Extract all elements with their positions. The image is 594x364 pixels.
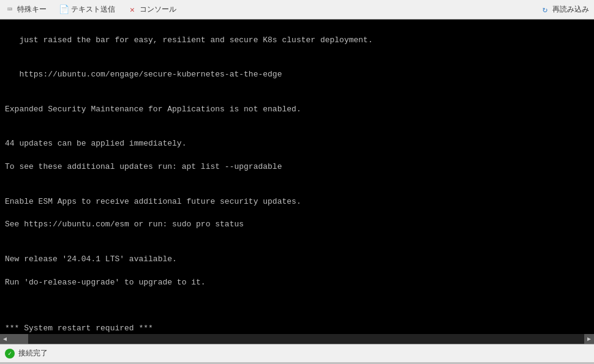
terminal-line: Expanded Security Maintenance for Applic… — [5, 104, 589, 116]
reload-button[interactable]: ↻ 再読み込み — [540, 4, 589, 15]
reload-icon: ↻ — [540, 5, 550, 15]
reload-label: 再読み込み — [552, 4, 589, 15]
terminal-line: Enable ESM Apps to receive additional fu… — [5, 196, 589, 208]
terminal-line: New release '24.04.1 LTS' available. — [5, 254, 589, 266]
scroll-right-button[interactable]: ▶ — [584, 334, 594, 344]
terminal-line: just raised the bar for easy, resilient … — [5, 35, 589, 46]
terminal-line: *** System restart required *** — [5, 323, 589, 335]
scrollbar-thumb[interactable] — [10, 334, 28, 344]
special-key-button[interactable]: ⌨ 特殊キー — [5, 4, 47, 15]
statusbar: ✓ 接続完了 — [0, 344, 594, 362]
console-label: コンソール — [140, 4, 176, 15]
terminal-line: 44 updates can be applied immediately. — [5, 138, 589, 150]
terminal-wrapper: just raised the bar for easy, resilient … — [0, 20, 594, 344]
connection-status-text: 接続完了 — [18, 348, 48, 358]
document-icon: 📄 — [59, 5, 69, 15]
terminal-output[interactable]: just raised the bar for easy, resilient … — [0, 20, 594, 339]
text-send-label: テキスト送信 — [71, 4, 115, 15]
terminal-line: https://ubuntu.com/engage/secure-kuberne… — [5, 69, 589, 81]
console-button[interactable]: ✕ コンソール — [127, 4, 176, 15]
horizontal-scrollbar[interactable]: ◀ ▶ — [0, 334, 594, 344]
close-icon: ✕ — [127, 5, 137, 15]
scroll-left-button[interactable]: ◀ — [0, 334, 10, 344]
keyboard-icon: ⌨ — [5, 5, 15, 15]
connection-status-icon: ✓ — [5, 349, 15, 358]
titlebar-right: ↻ 再読み込み — [540, 4, 589, 15]
special-key-label: 特殊キー — [17, 4, 47, 15]
terminal-line: Run 'do-release-upgrade' to upgrade to i… — [5, 277, 589, 289]
terminal-line: See https://ubuntu.com/esm or run: sudo … — [5, 219, 589, 231]
check-icon: ✓ — [8, 350, 12, 357]
titlebar: ⌨ 特殊キー 📄 テキスト送信 ✕ コンソール ↻ 再読み込み — [0, 0, 594, 20]
text-send-button[interactable]: 📄 テキスト送信 — [59, 4, 115, 15]
terminal-line: To see these additional updates run: apt… — [5, 162, 589, 173]
scrollbar-track[interactable] — [10, 334, 584, 344]
